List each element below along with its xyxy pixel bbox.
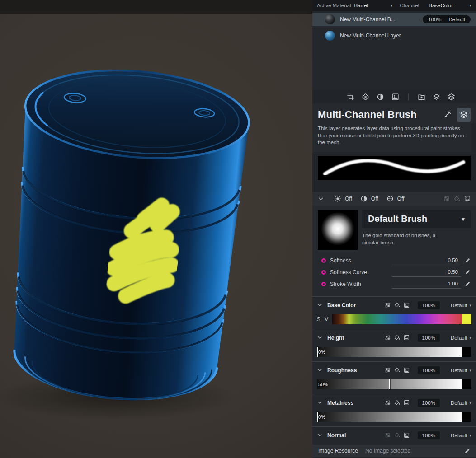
paint-bucket-icon[interactable] [394, 400, 400, 406]
sphere-toggle-label: Off [397, 196, 405, 202]
grid-icon[interactable] [385, 335, 391, 341]
roughness-value: 50% [318, 382, 328, 387]
paint-bucket-icon[interactable] [394, 367, 400, 373]
collapse-chevron-icon[interactable] [317, 400, 323, 406]
channel-opacity[interactable]: 100% [418, 431, 440, 439]
chevron-down-icon: ▾ [462, 215, 465, 223]
stroke-width-slider[interactable]: 1.00 [392, 280, 461, 289]
viewport-canvas[interactable] [0, 14, 312, 458]
3d-viewport[interactable] [0, 0, 312, 458]
metalness-value-slider[interactable]: 0% [317, 412, 462, 422]
crop-icon[interactable] [347, 93, 354, 101]
base-color-swatch[interactable] [462, 314, 471, 324]
param-link-dot[interactable] [321, 270, 326, 275]
roughness-value-slider[interactable]: 50% [317, 379, 462, 389]
height-swatch[interactable] [462, 347, 471, 357]
grid-icon[interactable] [443, 196, 450, 202]
viewport-top-strip [0, 0, 312, 14]
layer-opacity-blend[interactable]: 100% Default [423, 15, 471, 23]
channel-opacity[interactable]: 100% [418, 334, 440, 342]
page-title: Multi-Channel Brush [318, 109, 437, 121]
brush-panel-description: This layer generates layer data using pr… [312, 123, 471, 152]
channel-section-height: Height 100% Default ▾ 0% [312, 329, 476, 361]
grid-icon[interactable] [385, 432, 391, 438]
layer-tools-bar [312, 90, 476, 103]
channel-section-roughness: Roughness 100% Default ▾ 50% [312, 361, 476, 394]
channel-blend-dropdown[interactable]: Default ▾ [443, 433, 471, 438]
divider [312, 152, 476, 152]
channel-opacity[interactable]: 100% [418, 366, 440, 374]
paint-bucket-icon[interactable] [394, 302, 400, 308]
layer-blend-mode[interactable]: Default [449, 17, 465, 22]
grid-icon[interactable] [385, 400, 391, 406]
collapse-chevron-icon[interactable] [317, 335, 323, 341]
barrel-3d-model[interactable] [0, 14, 312, 458]
image-resource-row[interactable]: Image Resource No Image selected [312, 445, 476, 457]
brush-panel-header: Multi-Channel Brush [312, 103, 476, 123]
layer-row-selected[interactable]: New Multi-Channel B... 100% Default [312, 13, 476, 26]
param-row-stroke-width: Stroke Width 1.00 [318, 278, 471, 290]
metalness-value: 0% [318, 414, 325, 420]
edit-pencil-icon[interactable] [465, 257, 471, 263]
param-label: Stroke Width [330, 281, 388, 287]
base-color-gradient-bar[interactable] [332, 314, 462, 324]
metalness-swatch[interactable] [462, 412, 471, 422]
sphere-toggle-icon[interactable] [386, 195, 394, 202]
chevron-down-icon: ▾ [469, 3, 471, 8]
height-value-slider[interactable]: 0% [317, 347, 462, 357]
add-layer-icon[interactable] [448, 93, 455, 101]
image-icon[interactable] [404, 367, 410, 373]
collapse-chevron-icon[interactable] [317, 302, 323, 308]
lighting-toggle-label: Off [345, 196, 352, 202]
channel-blend-dropdown[interactable]: Default ▾ [443, 335, 471, 341]
channel-opacity[interactable]: 100% [418, 399, 440, 407]
mask-icon[interactable] [362, 93, 369, 101]
channel-blend-dropdown[interactable]: Default ▾ [443, 368, 471, 373]
softness-curve-slider[interactable]: 0.50 [392, 268, 461, 277]
paint-bucket-icon[interactable] [394, 335, 400, 341]
material-dropdown[interactable]: Barrel ▾ [351, 3, 392, 8]
brush-settings-icon[interactable] [443, 110, 452, 119]
brush-thumbnail[interactable] [318, 210, 358, 250]
paint-bucket-icon[interactable] [394, 432, 400, 438]
add-folder-icon[interactable] [418, 93, 425, 101]
grid-icon[interactable] [385, 302, 391, 308]
image-icon[interactable] [404, 432, 410, 438]
active-material-label: Active Material [317, 3, 351, 8]
collapse-chevron-icon[interactable] [317, 432, 323, 438]
param-link-dot[interactable] [321, 258, 326, 263]
edit-pencil-icon[interactable] [465, 269, 471, 275]
image-icon[interactable] [404, 335, 410, 341]
stroke-preview [318, 156, 471, 180]
roughness-swatch[interactable] [462, 379, 471, 389]
channel-opacity[interactable]: 100% [418, 301, 440, 309]
edit-pencil-icon[interactable] [465, 281, 471, 287]
softness-slider[interactable]: 0.50 [392, 256, 461, 265]
material-channel-bar: Active Material Barrel ▾ Channel BaseCol… [312, 0, 476, 11]
channel-dropdown[interactable]: BaseColor ▾ [425, 3, 471, 8]
layer-opacity[interactable]: 100% [428, 17, 441, 22]
channel-blend-dropdown[interactable]: Default ▾ [443, 400, 471, 406]
image-icon[interactable] [404, 302, 410, 308]
collapse-chevron-icon[interactable] [318, 196, 324, 202]
grid-icon[interactable] [385, 367, 391, 373]
brush-select-dropdown[interactable]: Default Brush ▾ [362, 210, 471, 228]
contrast-toggle-icon[interactable] [360, 195, 368, 202]
layer-row[interactable]: New Multi-Channel Layer [312, 29, 476, 42]
channel-section-normal: Normal 100% Default ▾ Image Resource No … [312, 426, 476, 458]
paint-bucket-icon[interactable] [454, 196, 460, 202]
param-link-dot[interactable] [321, 282, 326, 286]
toolbar-divider [408, 93, 409, 100]
merge-layers-icon[interactable] [433, 93, 440, 101]
lighting-toggle-icon[interactable] [334, 195, 341, 202]
collapse-chevron-icon[interactable] [317, 367, 323, 373]
layer-stack-button[interactable] [457, 108, 471, 122]
edit-pencil-icon[interactable] [464, 448, 470, 454]
image-icon[interactable] [404, 400, 410, 406]
image-layer-icon[interactable] [391, 93, 399, 101]
image-icon[interactable] [464, 196, 471, 202]
channel-blend-dropdown[interactable]: Default ▾ [443, 303, 471, 308]
param-row-softness-curve: Softness Curve 0.50 [318, 266, 471, 278]
adjustment-icon[interactable] [377, 93, 384, 101]
layer-name: New Multi-Channel B... [340, 16, 418, 23]
